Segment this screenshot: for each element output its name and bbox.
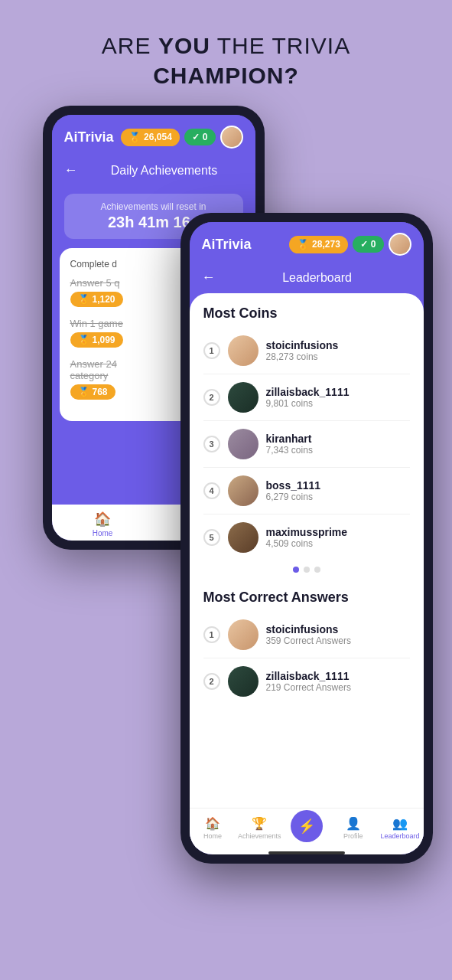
front-avatar — [389, 233, 411, 256]
front-nav-home[interactable]: 🏠 Home — [190, 816, 236, 842]
back-check-icon: ✓ — [192, 132, 200, 142]
dot-3[interactable] — [314, 567, 320, 573]
list-item: 1 stoicinfusions 359 Correct Answers — [203, 612, 410, 658]
player-avatar-1 — [228, 335, 259, 366]
task-1-reward-icon: 🏅 — [78, 294, 89, 305]
most-coins-list: 1 stoicinfusions 28,273 coins 2 zillaisb… — [190, 328, 424, 560]
front-leaderboard-label: Leaderboard — [380, 832, 419, 840]
headline-are: ARE — [102, 33, 158, 58]
headline-you: YOU — [158, 33, 210, 58]
list-item: 5 maximussprime 4,509 coins — [203, 514, 410, 560]
front-profile-label: Profile — [343, 832, 363, 840]
front-profile-icon: 👤 — [346, 816, 361, 831]
player-score-5: 4,509 coins — [266, 538, 410, 549]
front-back-arrow-icon[interactable]: ← — [202, 270, 216, 286]
rank-2: 2 — [203, 389, 220, 406]
back-coin-icon: 🏅 — [128, 132, 141, 143]
front-phone-header: AiTrivia 🏅 28,273 ✓ 0 — [190, 222, 424, 263]
ans-score-1: 359 Correct Answers — [266, 635, 410, 646]
ans-avatar-2 — [228, 666, 259, 697]
list-item: 2 zillaisback_1111 9,801 coins — [203, 374, 410, 421]
front-achievements-label: Achievements — [238, 832, 281, 840]
front-nav-center[interactable]: ⚡ — [283, 816, 330, 842]
back-checks: 0 — [203, 132, 208, 142]
task-2-reward-icon: 🏅 — [78, 335, 89, 345]
front-coins: 28,273 — [312, 239, 340, 250]
reset-label: Achievements will reset in — [76, 201, 231, 212]
back-phone-header: AiTrivia 🏅 26,054 ✓ 0 — [52, 115, 255, 156]
center-circle: ⚡ — [291, 810, 323, 842]
ans-rank-2: 2 — [203, 673, 220, 690]
front-header-badges: 🏅 28,273 ✓ 0 — [289, 233, 411, 256]
player-info-2: zillaisback_1111 9,801 coins — [266, 386, 410, 409]
player-info-5: maximussprime 4,509 coins — [266, 526, 410, 549]
back-header-badges: 🏅 26,054 ✓ 0 — [121, 126, 242, 149]
task-3-reward: 🏅 768 — [70, 384, 115, 400]
list-item: 4 boss_1111 6,279 coins — [203, 468, 410, 514]
headline-trivia: THE TRIVIA — [210, 33, 350, 58]
player-name-4: boss_1111 — [266, 479, 410, 492]
front-check-badge: ✓ 0 — [353, 236, 384, 253]
back-coin-badge: 🏅 26,054 — [121, 129, 180, 146]
ans-info-2: zillaisback_1111 219 Correct Answers — [266, 670, 410, 693]
player-score-4: 6,279 coins — [266, 492, 410, 502]
list-item: 1 stoicinfusions 28,273 coins — [203, 328, 410, 374]
front-coin-badge: 🏅 28,273 — [289, 236, 348, 253]
task-2-reward-val: 1,099 — [93, 335, 115, 345]
player-name-2: zillaisback_1111 — [266, 386, 410, 398]
back-nav-home[interactable]: 🏠 Home — [52, 511, 154, 537]
back-avatar — [220, 126, 243, 149]
player-score-1: 28,273 coins — [266, 351, 410, 362]
most-answers-list: 1 stoicinfusions 359 Correct Answers 2 z… — [190, 612, 424, 704]
player-name-3: kiranhart — [266, 433, 410, 445]
front-nav-profile[interactable]: 👤 Profile — [330, 816, 376, 842]
rank-5: 5 — [203, 529, 220, 546]
front-coin-icon: 🏅 — [297, 239, 309, 250]
front-checks: 0 — [371, 239, 376, 250]
front-phone: AiTrivia 🏅 28,273 ✓ 0 ← — [180, 213, 433, 864]
phones-container: AiTrivia 🏅 26,054 ✓ 0 ← — [20, 106, 433, 887]
task-1-reward: 🏅 1,120 — [70, 292, 123, 307]
task-3-reward-icon: 🏅 — [78, 387, 89, 397]
task-3-reward-val: 768 — [93, 387, 108, 397]
front-leaderboard-icon: 👥 — [392, 816, 408, 831]
player-name-5: maximussprime — [266, 526, 410, 538]
player-score-3: 7,343 coins — [266, 445, 410, 456]
front-bottom-nav: 🏠 Home 🏆 Achievements ⚡ 👤 Profi — [190, 808, 424, 848]
leaderboard-body: Most Coins 1 stoicinfusions 28,273 coins… — [190, 293, 424, 854]
rank-4: 4 — [203, 482, 220, 499]
rank-1: 1 — [203, 342, 220, 359]
ans-score-2: 219 Correct Answers — [266, 682, 410, 693]
back-nav: ← Daily Achievements — [52, 156, 255, 185]
ans-info-1: stoicinfusions 359 Correct Answers — [266, 623, 410, 646]
player-avatar-5 — [228, 522, 259, 553]
task-2-reward: 🏅 1,099 — [70, 332, 123, 348]
ans-name-1: stoicinfusions — [266, 623, 410, 635]
player-score-2: 9,801 coins — [266, 398, 410, 409]
dot-2[interactable] — [304, 567, 310, 573]
most-coins-title: Most Coins — [190, 293, 424, 328]
page-headline: ARE YOU THE TRIVIA CHAMPION? — [102, 31, 350, 90]
ans-avatar-1 — [228, 619, 259, 650]
home-indicator — [268, 851, 345, 854]
dots-indicator — [190, 560, 424, 577]
back-coins: 26,054 — [144, 132, 172, 142]
front-nav-achievements[interactable]: 🏆 Achievements — [236, 816, 283, 842]
front-app-name: AiTrivia — [202, 237, 252, 253]
player-avatar-4 — [228, 475, 259, 506]
lightning-icon: ⚡ — [298, 818, 315, 835]
front-check-icon: ✓ — [360, 239, 368, 250]
back-check-badge: ✓ 0 — [184, 129, 216, 145]
ans-name-2: zillaisback_1111 — [266, 670, 410, 682]
back-home-label: Home — [93, 529, 113, 537]
most-answers-title: Most Correct Answers — [190, 577, 424, 612]
back-app-name: AiTrivia — [64, 129, 114, 145]
dot-1[interactable] — [293, 567, 299, 573]
back-home-icon: 🏠 — [94, 511, 111, 528]
headline-champion: CHAMPION? — [153, 63, 299, 88]
rank-3: 3 — [203, 436, 220, 452]
list-item: 3 kiranhart 7,343 coins — [203, 421, 410, 468]
back-arrow-icon[interactable]: ← — [64, 162, 78, 178]
player-info-4: boss_1111 6,279 coins — [266, 479, 410, 502]
front-nav-leaderboard[interactable]: 👥 Leaderboard — [376, 816, 423, 842]
